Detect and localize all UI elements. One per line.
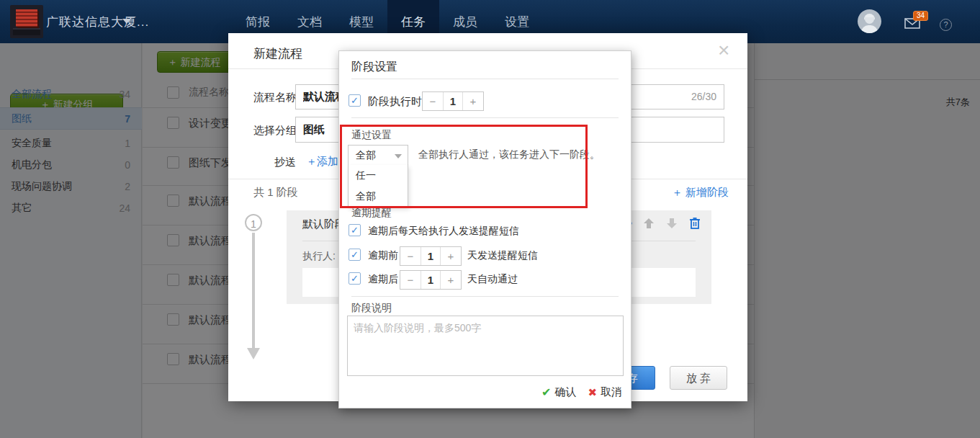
building-graphic <box>16 9 37 27</box>
plus-button[interactable]: + <box>441 271 461 289</box>
trash-icon[interactable] <box>688 217 701 230</box>
exec-time-checkbox[interactable]: ✓ <box>349 94 361 107</box>
pass-section-label: 通过设置 <box>351 129 392 142</box>
x-icon: ✖ <box>588 386 597 399</box>
project-switcher[interactable]: 广联达信息大厦... <box>46 14 149 30</box>
user-avatar[interactable] <box>858 9 881 33</box>
executor-label: 执行人: <box>302 250 336 263</box>
auto-pass-checkbox[interactable]: ✓ <box>349 272 361 285</box>
move-down-icon[interactable] <box>665 217 678 230</box>
help-icon[interactable]: ? <box>940 19 952 31</box>
divider <box>351 296 619 297</box>
overdue-section-label: 逾期提醒 <box>351 207 392 220</box>
close-icon[interactable]: × <box>718 40 729 61</box>
pass-mode-value: 全部 <box>356 149 376 162</box>
overdue-daily-label: 逾期后每天给执行人发送提醒短信 <box>368 225 519 238</box>
exec-time-stepper: − 1 + <box>422 91 484 111</box>
auto-pass-post-label: 天自动通过 <box>467 273 518 286</box>
group-select-value: 图纸 <box>303 123 325 137</box>
pass-mode-dropdown: 任一 全部 <box>348 165 408 207</box>
minus-button[interactable]: − <box>423 92 443 110</box>
app-logo <box>10 5 43 38</box>
add-stage-button[interactable]: ＋ 新增阶段 <box>672 186 729 200</box>
remind-before-post-label: 天发送提醒短信 <box>467 249 538 262</box>
minus-button[interactable]: − <box>400 247 421 265</box>
cancel-label: 取消 <box>601 385 622 399</box>
confirm-label: 确认 <box>554 385 576 399</box>
stage-count-label: 共 1 阶段 <box>253 186 298 200</box>
pass-mode-description: 全部执行人通过，该任务进入下一阶段。 <box>418 148 600 161</box>
divider <box>351 117 619 118</box>
cancel-button[interactable]: ✖ 取消 <box>588 385 622 399</box>
plus-button[interactable]: + <box>441 247 461 265</box>
stepper-value: 1 <box>421 271 441 289</box>
building-base <box>13 28 40 35</box>
stage-settings-footer: ✔ 确认 ✖ 取消 <box>541 385 622 399</box>
add-cc-button[interactable]: ＋添加 <box>306 155 338 169</box>
stage-settings-modal: 阶段设置 ✓ 阶段执行时间: − 1 + 通过设置 全部 全部执行人通过，该任务… <box>338 50 631 408</box>
modal-title: 新建流程 <box>253 45 302 62</box>
confirm-button[interactable]: ✔ 确认 <box>541 385 576 399</box>
discard-button[interactable]: 放 弃 <box>670 366 727 390</box>
remind-before-checkbox[interactable]: ✓ <box>349 249 361 261</box>
dropdown-option-any[interactable]: 任一 <box>349 165 408 186</box>
stage-number-badge: 1 <box>245 214 262 231</box>
stepper-value: 1 <box>421 247 441 265</box>
group-label: 选择分组 <box>253 124 297 138</box>
dropdown-option-all[interactable]: 全部 <box>349 186 408 207</box>
stage-description-label: 阶段说明 <box>351 302 392 315</box>
stepper-value: 1 <box>443 92 463 110</box>
check-icon: ✔ <box>541 385 551 399</box>
chevron-down-icon <box>395 154 402 158</box>
stage-actions <box>619 217 701 230</box>
chevron-down-icon[interactable] <box>122 19 131 24</box>
avatar-body <box>861 25 878 33</box>
stage-timeline-arrow <box>247 348 260 359</box>
divider <box>351 79 619 79</box>
char-counter: 26/30 <box>691 91 716 102</box>
move-up-icon[interactable] <box>642 217 655 230</box>
minus-button[interactable]: − <box>400 271 421 289</box>
plus-button[interactable]: + <box>463 92 483 110</box>
stage-description-textarea[interactable] <box>347 316 624 376</box>
remind-before-pre-label: 逾期前 <box>368 249 398 262</box>
pass-mode-select[interactable]: 全部 <box>348 145 408 166</box>
overdue-daily-checkbox[interactable]: ✓ <box>349 224 361 236</box>
auto-pass-stepper: − 1 + <box>400 270 462 290</box>
cc-label: 抄送 <box>274 156 296 169</box>
modal-title: 阶段设置 <box>351 60 397 75</box>
notification-badge: 34 <box>913 11 928 21</box>
remind-before-stepper: − 1 + <box>400 246 462 266</box>
flow-name-label: 流程名称 <box>253 91 297 104</box>
auto-pass-pre-label: 逾期后 <box>368 273 398 286</box>
avatar-head <box>865 17 874 24</box>
stage-timeline <box>252 233 255 348</box>
